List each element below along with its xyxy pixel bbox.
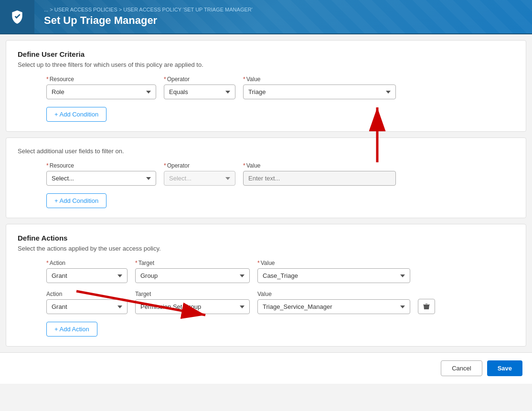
section2-desc: Select additional user fields to filter … — [18, 148, 514, 155]
section2-operator-label: *Operator — [164, 162, 235, 169]
section3-desc: Select the actions applied by the user a… — [18, 245, 514, 252]
section3-value1-select[interactable]: Case_Triage Case_Review Case_Manager — [257, 268, 410, 283]
header-content: ... > USER ACCESS POLICIES > USER ACCESS… — [34, 2, 262, 32]
section3-add-action-label: + Add Action — [54, 326, 89, 333]
section3-action1-select[interactable]: Grant Revoke — [46, 268, 128, 283]
define-actions-section: Define Actions Select the actions applie… — [6, 224, 526, 347]
section3-add-action-button[interactable]: + Add Action — [46, 322, 97, 337]
section3-value1-group: *Value Case_Triage Case_Review Case_Mana… — [257, 260, 410, 283]
header-icon-box — [0, 0, 34, 34]
section2-row1: *Resource Select... Role User *Operator … — [46, 162, 514, 186]
section2-operator-group: *Operator Select... — [164, 162, 235, 186]
section3-target2-group: Target Permission Set Group Group Permis… — [135, 291, 250, 314]
section2-add-condition-button[interactable]: + Add Condition — [46, 193, 106, 208]
section3-value2-select[interactable]: Triage_Service_Manager Triage_Manager Tr… — [257, 299, 410, 314]
breadcrumb: ... > USER ACCESS POLICIES > USER ACCESS… — [44, 7, 253, 12]
section2-operator-select[interactable]: Select... — [164, 171, 235, 186]
section1-add-condition-button[interactable]: + Add Condition — [46, 107, 106, 122]
additional-user-fields-section: Select additional user fields to filter … — [6, 137, 526, 218]
section1-desc: Select up to three filters for which use… — [18, 61, 514, 68]
section3-action2-label: Action — [46, 291, 128, 297]
footer-bar: Cancel Save — [0, 352, 532, 384]
section3-target1-select[interactable]: Group Permission Set Permission Set Grou… — [135, 268, 250, 283]
section2-resource-label: *Resource — [46, 162, 156, 169]
section2-value-input[interactable] — [243, 171, 396, 186]
section3-title: Define Actions — [18, 234, 514, 242]
section3-target2-label: Target — [135, 291, 250, 297]
section3-row2: Action Grant Revoke Target Permission Se… — [46, 291, 514, 314]
section1-row1: *Resource Role User Profile Permission S… — [46, 76, 514, 99]
section3-target2-select[interactable]: Permission Set Group Group Permission Se… — [135, 299, 250, 314]
section1-resource-select[interactable]: Role User Profile Permission Set — [46, 84, 156, 99]
policy-icon — [10, 9, 25, 24]
define-user-criteria-section: Define User Criteria Select up to three … — [6, 40, 526, 132]
section1-operator-label: *Operator — [164, 76, 235, 83]
section1-title: Define User Criteria — [18, 50, 514, 58]
section3-target1-group: *Target Group Permission Set Permission … — [135, 260, 250, 283]
trash-icon — [423, 303, 430, 310]
cancel-button[interactable]: Cancel — [441, 360, 482, 376]
section1-resource-group: *Resource Role User Profile Permission S… — [46, 76, 156, 99]
section3-value1-label: *Value — [257, 260, 410, 266]
section2-resource-group: *Resource Select... Role User — [46, 162, 156, 186]
section3-value2-label: Value — [257, 291, 410, 297]
breadcrumb-link-policy[interactable]: USER ACCESS POLICY 'SET UP TRIAGE MANAGE… — [123, 7, 253, 12]
section3-action1-group: *Action Grant Revoke — [46, 260, 128, 283]
section1-operator-group: *Operator Equals Not Equals Contains — [164, 76, 235, 99]
section3-action1-label: *Action — [46, 260, 128, 266]
section3-action2-group: Action Grant Revoke — [46, 291, 128, 314]
section3-value2-group: Value Triage_Service_Manager Triage_Mana… — [257, 291, 410, 314]
section2-resource-select[interactable]: Select... Role User — [46, 171, 156, 186]
section3-row1: *Action Grant Revoke *Target Group Permi… — [46, 260, 514, 283]
section1-add-condition-label: + Add Condition — [54, 111, 98, 118]
save-button[interactable]: Save — [487, 360, 522, 376]
section2-add-condition-label: + Add Condition — [54, 197, 98, 204]
section3-action2-select[interactable]: Grant Revoke — [46, 299, 128, 314]
section1-operator-select[interactable]: Equals Not Equals Contains — [164, 84, 235, 99]
section3-target1-label: *Target — [135, 260, 250, 266]
page-wrapper: ... > USER ACCESS POLICIES > USER ACCESS… — [0, 0, 532, 411]
app-header: ... > USER ACCESS POLICIES > USER ACCESS… — [0, 0, 532, 34]
breadcrumb-link-policies[interactable]: USER ACCESS POLICIES — [54, 7, 117, 12]
section1-resource-label: *Resource — [46, 76, 156, 83]
section1-value-group: *Value Triage Case_Triage Case_Manager — [243, 76, 396, 99]
page-title: Set Up Triage Manager — [44, 14, 253, 27]
section1-value-label: *Value — [243, 76, 396, 83]
section1-value-select[interactable]: Triage Case_Triage Case_Manager — [243, 84, 396, 99]
section3-delete2-group — [418, 299, 435, 314]
section2-value-group: *Value — [243, 162, 396, 186]
section2-value-label: *Value — [243, 162, 396, 169]
section3-delete2-button[interactable] — [418, 299, 435, 314]
